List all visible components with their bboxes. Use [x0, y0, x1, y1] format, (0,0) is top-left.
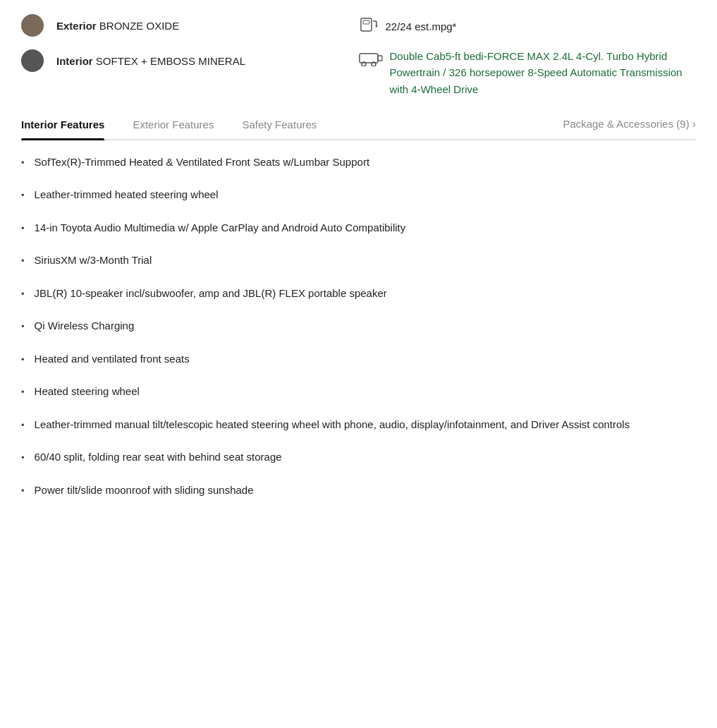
- bullet-icon: •: [21, 353, 25, 367]
- interior-color-row: Interior SOFTEX + EMBOSS MINERAL: [21, 49, 359, 72]
- bullet-icon: •: [21, 254, 25, 268]
- feature-text: Leather-trimmed manual tilt/telescopic h…: [35, 417, 630, 433]
- exterior-color-swatch: [21, 14, 44, 37]
- svg-rect-1: [363, 20, 369, 24]
- powertrain-text: Double Cab5-ft bedi-FORCE MAX 2.4L 4-Cyl…: [390, 48, 697, 97]
- list-item: •14-in Toyota Audio Multimedia w/ Apple …: [21, 220, 696, 236]
- list-item: •Leather-trimmed heated steering wheel: [21, 187, 696, 203]
- list-item: •Qi Wireless Charging: [21, 318, 696, 334]
- svg-point-4: [375, 25, 377, 28]
- bullet-icon: •: [21, 385, 25, 399]
- features-list: •SofTex(R)-Trimmed Heated & Ventilated F…: [0, 140, 717, 537]
- list-item: •SofTex(R)-Trimmed Heated & Ventilated F…: [21, 154, 696, 171]
- feature-text: Qi Wireless Charging: [35, 318, 135, 334]
- bullet-icon: •: [21, 418, 25, 432]
- list-item: •JBL(R) 10-speaker incl/subwoofer, amp a…: [21, 286, 696, 302]
- feature-text: 60/40 split, folding rear seat with behi…: [35, 449, 282, 466]
- tabs-section: Interior Features Exterior Features Safe…: [0, 97, 717, 140]
- list-item: •60/40 split, folding rear seat with beh…: [21, 449, 696, 466]
- interior-color-label: Interior SOFTEX + EMBOSS MINERAL: [56, 55, 245, 67]
- svg-rect-5: [360, 54, 378, 63]
- header-section: Exterior BRONZE OXIDE Interior SOFTEX + …: [0, 0, 717, 97]
- feature-text: 14-in Toyota Audio Multimedia w/ Apple C…: [35, 220, 406, 236]
- bullet-icon: •: [21, 188, 25, 202]
- feature-text: Power tilt/slide moonroof with sliding s…: [35, 483, 254, 499]
- tab-exterior-features[interactable]: Exterior Features: [133, 111, 214, 139]
- feature-text: Heated steering wheel: [35, 384, 140, 400]
- feature-text: Heated and ventilated front seats: [35, 351, 190, 368]
- list-item: •Heated and ventilated front seats: [21, 351, 696, 368]
- tab-safety-features[interactable]: Safety Features: [242, 111, 317, 139]
- chevron-right-icon: ›: [692, 118, 696, 131]
- feature-text: JBL(R) 10-speaker incl/subwoofer, amp an…: [35, 286, 387, 302]
- feature-text: SiriusXM w/3-Month Trial: [35, 253, 152, 269]
- mpg-icon: [359, 14, 379, 38]
- vehicle-specs: 22/24 est.mpg* Double Cab5-ft bedi-FORCE…: [359, 14, 697, 97]
- bullet-icon: •: [21, 451, 25, 465]
- tabs-bar: Interior Features Exterior Features Safe…: [21, 111, 696, 140]
- list-item: •SiriusXM w/3-Month Trial: [21, 253, 696, 269]
- list-item: •Heated steering wheel: [21, 384, 696, 400]
- bullet-icon: •: [21, 484, 25, 498]
- powertrain-info: Double Cab5-ft bedi-FORCE MAX 2.4L 4-Cyl…: [359, 48, 697, 97]
- feature-text: SofTex(R)-Trimmed Heated & Ventilated Fr…: [35, 154, 369, 171]
- mpg-text: 22/24 est.mpg*: [386, 20, 457, 32]
- exterior-color-row: Exterior BRONZE OXIDE: [21, 14, 359, 37]
- bullet-icon: •: [21, 287, 25, 301]
- svg-rect-6: [378, 56, 382, 61]
- list-item: •Leather-trimmed manual tilt/telescopic …: [21, 417, 696, 433]
- bullet-icon: •: [21, 320, 25, 334]
- tab-package-accessories[interactable]: Package & Accessories (9) ›: [563, 118, 696, 139]
- interior-color-swatch: [21, 49, 44, 72]
- bullet-icon: •: [21, 222, 25, 236]
- color-info: Exterior BRONZE OXIDE Interior SOFTEX + …: [21, 14, 359, 97]
- powertrain-icon: [359, 49, 383, 71]
- tab-interior-features[interactable]: Interior Features: [21, 111, 104, 139]
- list-item: •Power tilt/slide moonroof with sliding …: [21, 483, 696, 499]
- bullet-icon: •: [21, 156, 25, 170]
- mpg-info: 22/24 est.mpg*: [359, 14, 697, 38]
- exterior-color-label: Exterior BRONZE OXIDE: [56, 20, 179, 32]
- feature-text: Leather-trimmed heated steering wheel: [35, 187, 219, 203]
